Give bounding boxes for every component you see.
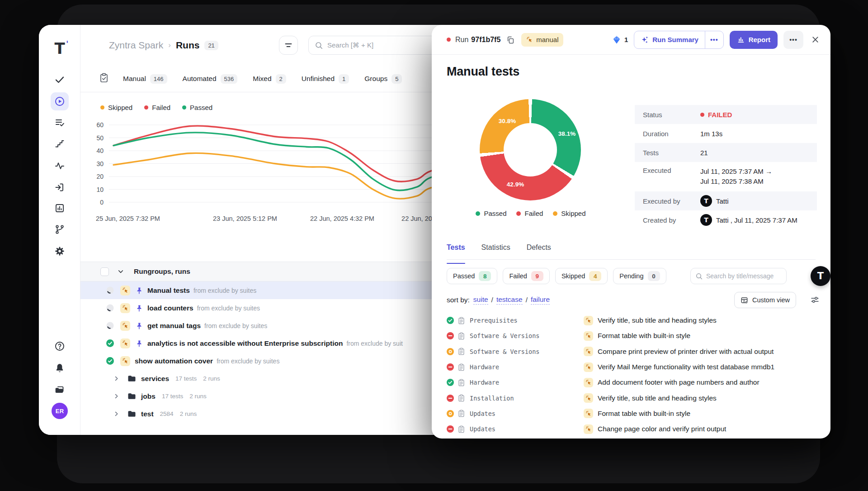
- passed-icon: [447, 317, 454, 324]
- sidebar-item-notifications[interactable]: [51, 359, 69, 377]
- user-avatar[interactable]: ER: [51, 402, 69, 420]
- failed-dot: [144, 105, 148, 110]
- sidebar-item-activity[interactable]: [51, 157, 69, 175]
- sidebar-item-projects[interactable]: [51, 381, 69, 399]
- chevron-right-icon[interactable]: [113, 376, 119, 381]
- tab-tests[interactable]: Tests: [447, 243, 465, 259]
- manual-test-icon: [584, 331, 593, 341]
- custom-view-button[interactable]: Custom view: [734, 292, 796, 308]
- test-title: Verify title, sub title and heading styl…: [598, 316, 717, 324]
- test-row[interactable]: Hardware Verify Mail Merge functionality…: [432, 359, 830, 375]
- credits-indicator[interactable]: 1: [612, 35, 628, 44]
- user-avatar: T: [700, 214, 712, 226]
- diamond-icon: [612, 35, 621, 44]
- tab-manual[interactable]: Manual146: [123, 74, 167, 84]
- svg-text:23 Jun, 2025 5:12 PM: 23 Jun, 2025 5:12 PM: [213, 215, 277, 222]
- tab-mixed[interactable]: Mixed2: [253, 74, 286, 84]
- legend-failed[interactable]: Failed: [516, 210, 543, 217]
- sidebar-item-runs[interactable]: [51, 92, 69, 110]
- test-row[interactable]: Updates Change page color and verify pri…: [432, 421, 830, 437]
- sort-by-testcase[interactable]: testcase: [496, 296, 523, 305]
- sidebar-item-branches[interactable]: [51, 220, 69, 238]
- test-title: Change page color and verify print outpu…: [598, 425, 726, 433]
- legend-passed[interactable]: Passed: [182, 104, 212, 111]
- chevron-right-icon[interactable]: [113, 393, 119, 399]
- play-circle-icon: [54, 96, 65, 107]
- suite-name: Installation: [470, 395, 514, 402]
- test-row[interactable]: Installation Verify title, sub title and…: [432, 390, 830, 405]
- chevron-down-icon[interactable]: [118, 268, 124, 275]
- manual-run-icon: [120, 303, 130, 313]
- sidebar-item-steps[interactable]: [51, 135, 69, 153]
- sidebar-item-help[interactable]: [51, 337, 69, 355]
- failed-icon: [447, 425, 454, 433]
- inprogress-icon: [106, 286, 114, 294]
- tab-statistics[interactable]: Statistics: [481, 243, 510, 259]
- run-summary-more-button[interactable]: •••: [705, 31, 723, 48]
- filter-failed[interactable]: Failed9: [503, 268, 550, 284]
- folder-icon: [127, 374, 137, 383]
- info-row-created-by: Created by TTatti , Jul 11, 2025 7:37 AM: [635, 210, 817, 229]
- run-detail-panel: Run 97f1b7f5 manual 1 Run Summary: [432, 25, 830, 439]
- tab-automated[interactable]: Automated536: [183, 74, 238, 84]
- sort-by-suite[interactable]: suite: [473, 296, 488, 305]
- svg-text:10: 10: [96, 186, 104, 193]
- test-row[interactable]: Software & Versions Compare print previe…: [432, 344, 830, 359]
- test-row[interactable]: Hardware Add document footer with page n…: [432, 375, 830, 390]
- manual-test-icon: [584, 393, 593, 403]
- support-widget-button[interactable]: T: [811, 266, 830, 286]
- test-row[interactable]: Prerequisites Verify title, sub title an…: [432, 313, 830, 328]
- report-button[interactable]: Report: [730, 31, 778, 49]
- help-icon: [54, 341, 65, 352]
- chart-legend: Skipped Failed Passed: [100, 104, 212, 111]
- legend-failed[interactable]: Failed: [144, 104, 170, 111]
- svg-text:30: 30: [96, 160, 104, 167]
- test-title: Add document footer with page numbers an…: [598, 378, 760, 386]
- manual-run-icon: [120, 338, 130, 348]
- sidebar-item-settings[interactable]: [51, 242, 69, 260]
- filter-pending[interactable]: Pending0: [613, 268, 666, 284]
- sidebar-item-analytics[interactable]: [51, 199, 69, 217]
- report-chart-icon: [737, 36, 745, 43]
- legend-passed[interactable]: Passed: [476, 210, 506, 217]
- suite-name: Software & Versions: [470, 348, 539, 355]
- more-actions-button[interactable]: •••: [783, 31, 803, 49]
- select-all-checkbox[interactable]: [100, 267, 109, 276]
- folder-icon: [127, 409, 137, 419]
- app-logo[interactable]: T': [51, 39, 69, 57]
- sidebar-item-tests[interactable]: [51, 71, 69, 89]
- sidebar-item-import[interactable]: [51, 178, 69, 196]
- filter-button[interactable]: [279, 36, 298, 55]
- run-id: 97f1b7f5: [471, 36, 500, 44]
- run-summary-button[interactable]: Run Summary: [634, 31, 705, 48]
- sidebar-item-plans[interactable]: [51, 114, 69, 132]
- filter-skipped[interactable]: Skipped4: [555, 268, 608, 284]
- tab-defects[interactable]: Defects: [527, 243, 551, 259]
- failed-status-dot: [447, 38, 451, 42]
- tab-groups[interactable]: Groups5: [364, 74, 402, 84]
- manual-test-icon: [584, 347, 593, 356]
- test-row[interactable]: Software & Versions Format table with bu…: [432, 328, 830, 343]
- chevron-right-icon[interactable]: [113, 411, 119, 417]
- test-row[interactable]: Updates Format table with built-in style: [432, 406, 830, 421]
- breadcrumb-project[interactable]: Zyntra Spark: [109, 40, 163, 51]
- filter-icon: [284, 41, 293, 50]
- check-icon: [54, 74, 65, 85]
- runs-count-badge: 21: [204, 41, 218, 50]
- bar-chart-icon: [54, 203, 65, 214]
- copy-icon[interactable]: [506, 36, 514, 44]
- tests-search-input[interactable]: Search by title/message: [690, 268, 787, 284]
- select-all-icon[interactable]: [99, 73, 109, 85]
- legend-skipped[interactable]: Skipped: [100, 104, 132, 111]
- sparkles-icon: [641, 36, 649, 44]
- close-icon[interactable]: [811, 35, 820, 44]
- inprogress-icon: [106, 322, 114, 329]
- legend-skipped[interactable]: Skipped: [553, 210, 585, 217]
- clipboard-icon: [458, 394, 465, 402]
- tab-unfinished[interactable]: Unfinished1: [302, 74, 349, 84]
- sort-by-failure[interactable]: failure: [531, 296, 550, 305]
- filter-passed[interactable]: Passed8: [447, 268, 497, 284]
- breadcrumb-separator: ›: [168, 41, 171, 50]
- view-options-icon[interactable]: [810, 295, 820, 305]
- passed-icon: [106, 339, 114, 347]
